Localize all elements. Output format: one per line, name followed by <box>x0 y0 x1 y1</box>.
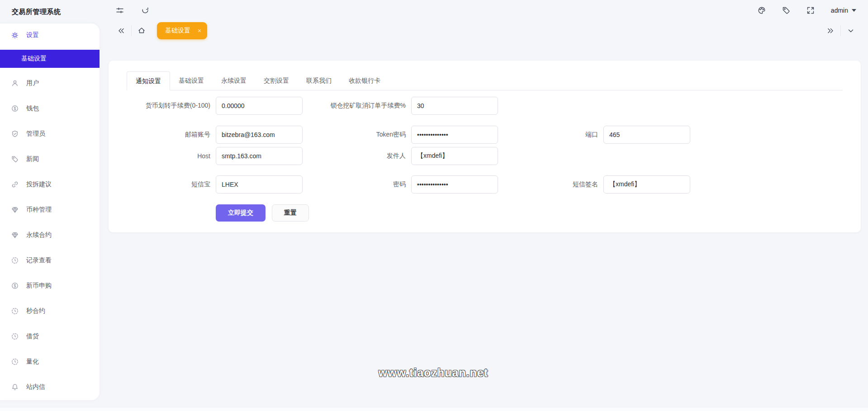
tab-contact-us[interactable]: 联系我们 <box>298 71 340 90</box>
sidebar-menu: 设置 基础设置 用户 钱包 管理员 新闻 <box>0 24 100 400</box>
bell-icon <box>11 383 19 391</box>
clock-icon <box>11 333 19 340</box>
refresh-icon[interactable] <box>141 6 149 14</box>
sidebar-item-settings[interactable]: 设置 <box>0 24 100 46</box>
sidebar-item-admins[interactable]: 管理员 <box>0 123 100 145</box>
coin-icon <box>11 105 19 112</box>
sidebar-item-wallet[interactable]: 钱包 <box>0 98 100 119</box>
sidebar-item-users[interactable]: 用户 <box>0 72 100 94</box>
sidebar-item-label: 钱包 <box>26 104 39 113</box>
sidebar-item-label: 设置 <box>26 31 39 39</box>
sidebar-item-news[interactable]: 新闻 <box>0 148 100 170</box>
form-row: 货币划转手续费(0-100) 锁仓挖矿取消订单手续费% <box>127 97 843 115</box>
lock-mining-cancel-fee-input[interactable] <box>411 97 498 115</box>
sidebar-item-label: 管理员 <box>26 130 45 138</box>
theme-palette-icon[interactable] <box>758 6 766 14</box>
tab-perpetual-settings[interactable]: 永续设置 <box>213 71 255 90</box>
field-label: Host <box>127 152 216 160</box>
port-input[interactable] <box>603 126 690 144</box>
submit-button[interactable]: 立即提交 <box>216 204 266 222</box>
host-input[interactable] <box>216 147 303 165</box>
form-field: 邮箱账号 <box>127 126 303 144</box>
sidebar-item-basic-settings[interactable]: 基础设置 <box>0 50 100 68</box>
field-label: Token密码 <box>303 131 411 139</box>
content-area: admin 基础设置 × 通知设置 基础 <box>100 0 868 411</box>
tab-delivery-settings[interactable]: 交割设置 <box>255 71 298 90</box>
tab-notification-settings[interactable]: 通知设置 <box>127 71 170 90</box>
fullscreen-icon[interactable] <box>806 6 815 14</box>
sms-signature-input[interactable] <box>603 175 690 194</box>
top-header: admin <box>100 0 868 21</box>
sidebar-item-label: 量化 <box>26 358 39 366</box>
sender-input[interactable] <box>411 147 498 165</box>
field-label: 端口 <box>498 131 603 139</box>
form-row: Host 发件人 <box>127 147 843 165</box>
gear-icon <box>11 32 19 39</box>
transfer-fee-input[interactable] <box>216 97 303 115</box>
field-label: 短信宝 <box>127 180 216 189</box>
sidebar-item-label: 秒合约 <box>26 307 45 315</box>
close-icon[interactable]: × <box>198 27 201 34</box>
token-password-input[interactable] <box>411 126 498 144</box>
form-field: 端口 <box>498 126 690 144</box>
settings-card: 通知设置 基础设置 永续设置 交割设置 联系我们 收款银行卡 货币划转手续费(0… <box>109 61 861 232</box>
sidebar-item-records[interactable]: 记录查看 <box>0 250 100 271</box>
collapse-tags-right-icon[interactable] <box>821 27 840 35</box>
gem-icon <box>11 231 19 239</box>
layout-settings-icon[interactable] <box>116 6 124 14</box>
form-field: 货币划转手续费(0-100) <box>127 97 303 115</box>
gem-icon <box>11 206 19 213</box>
sidebar-item-quantification[interactable]: 量化 <box>0 351 100 373</box>
notification-settings-form: 货币划转手续费(0-100) 锁仓挖矿取消订单手续费% 邮箱账号 Token密码 <box>127 90 843 222</box>
clock-icon <box>11 307 19 315</box>
smsbao-input[interactable] <box>216 175 303 194</box>
form-field: Token密码 <box>303 126 498 144</box>
sidebar-item-site-messages[interactable]: 站内信 <box>0 376 100 398</box>
sidebar-item-label: 站内信 <box>26 383 45 391</box>
sidebar-item-label: 永续合约 <box>26 231 52 239</box>
user-icon <box>11 80 19 87</box>
sidebar-item-lending[interactable]: 借贷 <box>0 326 100 347</box>
form-field: 短信宝 <box>127 175 303 194</box>
sidebar-item-feedback[interactable]: 投拆建议 <box>0 174 100 195</box>
email-account-input[interactable] <box>216 126 303 144</box>
user-menu[interactable]: admin <box>831 7 856 14</box>
chevron-down-icon <box>852 9 856 12</box>
sidebar-subitem-label: 基础设置 <box>21 55 47 63</box>
bottom-scrollbar-track <box>0 408 868 411</box>
chevron-down-icon[interactable] <box>841 27 861 35</box>
sidebar-item-label: 记录查看 <box>26 256 52 265</box>
reset-button[interactable]: 重置 <box>272 204 309 222</box>
sidebar-item-label: 币种管理 <box>26 206 52 214</box>
sms-password-input[interactable] <box>411 175 498 194</box>
form-actions: 立即提交 重置 <box>216 204 843 222</box>
form-row: 短信宝 密码 短信签名 <box>127 175 843 194</box>
settings-tabs: 通知设置 基础设置 永续设置 交割设置 联系我们 收款银行卡 <box>127 71 843 90</box>
form-field: 短信签名 <box>498 175 690 194</box>
form-field: 锁仓挖矿取消订单手续费% <box>303 97 498 115</box>
field-label: 邮箱账号 <box>127 131 216 139</box>
sidebar-item-new-coin-subscription[interactable]: 新币申购 <box>0 275 100 297</box>
sidebar-item-label: 投拆建议 <box>26 180 52 189</box>
field-label: 发件人 <box>303 152 411 160</box>
field-label: 锁仓挖矿取消订单手续费% <box>303 102 411 110</box>
collapse-tags-left-icon[interactable] <box>111 27 131 35</box>
sidebar-item-coin-management[interactable]: 币种管理 <box>0 199 100 221</box>
tag-label: 基础设置 <box>165 27 190 35</box>
tab-bank-cards[interactable]: 收款银行卡 <box>340 71 389 90</box>
sidebar-item-second-contract[interactable]: 秒合约 <box>0 300 100 322</box>
field-label: 货币划转手续费(0-100) <box>127 102 216 110</box>
tab-basic-settings[interactable]: 基础设置 <box>170 71 213 90</box>
tag-manager-icon[interactable] <box>782 6 790 14</box>
form-field: Host <box>127 147 303 165</box>
clock-icon <box>11 257 19 264</box>
sidebar-item-label: 用户 <box>26 79 39 87</box>
sidebar-item-label: 新闻 <box>26 155 39 163</box>
link-icon <box>11 181 19 188</box>
active-page-tag[interactable]: 基础设置 × <box>157 22 207 39</box>
home-icon[interactable] <box>132 27 152 35</box>
field-label: 密码 <box>303 180 411 189</box>
sidebar: 交易所管理系统 设置 基础设置 用户 钱包 管理 <box>0 0 100 411</box>
sidebar-item-label: 新币申购 <box>26 282 52 290</box>
sidebar-item-perpetual-contract[interactable]: 永续合约 <box>0 224 100 246</box>
